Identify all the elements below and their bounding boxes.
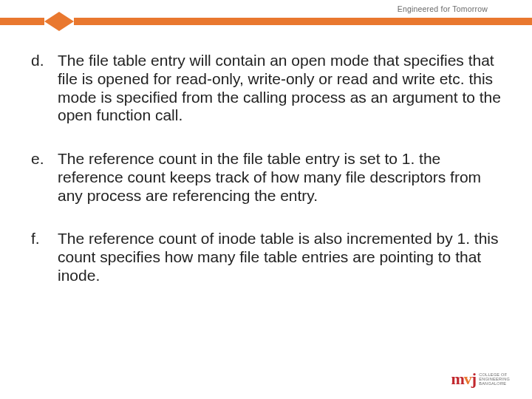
item-text: The reference count in the file table en… [58,150,501,205]
tagline: Engineered for Tomorrow [398,4,488,13]
logo-mark-accent: v [464,369,471,388]
header-bar [0,18,532,25]
logo-subtext: COLLEGE OF ENGINEERING BANGALORE [479,372,510,386]
item-marker: e. [31,150,58,205]
item-text: The reference count of inode table is al… [58,230,501,284]
logo-mark-pre: m [451,369,464,388]
logo-mark-post: j [471,369,476,388]
list-item: d. The file table entry will contain an … [31,52,501,125]
list-item: f. The reference count of inode table is… [31,230,501,284]
logo-mark: mvj [451,369,477,389]
header-tab-icon [44,12,74,31]
item-text: The file table entry will contain an ope… [58,52,501,125]
logo: mvj COLLEGE OF ENGINEERING BANGALORE [451,369,510,389]
slide: Engineered for Tomorrow d. The file tabl… [0,0,532,399]
item-marker: f. [31,230,58,284]
item-marker: d. [31,52,58,125]
logo-line3: BANGALORE [479,381,510,386]
list-item: e. The reference count in the file table… [31,150,501,205]
content-list: d. The file table entry will contain an … [31,52,501,310]
